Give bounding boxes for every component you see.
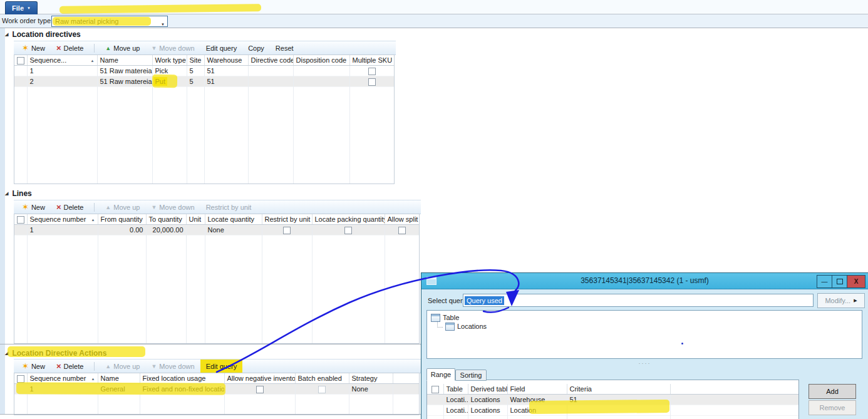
header-row: Sequence number▲NameFixed location usage… (14, 373, 419, 384)
checkbox[interactable] (318, 386, 326, 393)
select-all-checkbox[interactable] (17, 57, 24, 65)
column-header-locate-quantity[interactable]: Locate quantity (205, 214, 262, 225)
column-header-name[interactable]: Name (97, 55, 152, 66)
grid-cell (293, 66, 349, 76)
toolbar-button-new[interactable]: ✶New (16, 200, 51, 214)
tree-node-locations[interactable]: Locations (437, 322, 862, 331)
select-query-label: Select query: (428, 297, 468, 304)
select-query-input[interactable]: Query used (463, 294, 814, 307)
column-header-restrict-by-unit[interactable]: Restrict by unit (262, 214, 312, 225)
grid-cell (14, 76, 27, 87)
toolbar-button-move-up[interactable]: ▲Move up (100, 41, 145, 54)
column-header-to-quantity[interactable]: To quantity (146, 214, 186, 225)
select-all-header[interactable] (14, 373, 27, 384)
minimize-button[interactable]: — (817, 275, 832, 288)
remove-button[interactable]: Remove (809, 400, 856, 415)
column-header-allow-negative-inventory[interactable]: Allow negative inventory (224, 373, 295, 384)
column-header-label: Locate quantity (208, 215, 255, 223)
grid-cell: 51 Raw matereials (97, 66, 152, 76)
select-all-checkbox[interactable] (431, 386, 439, 393)
column-header-strategy[interactable]: Strategy (349, 373, 393, 384)
checkbox[interactable] (256, 386, 264, 393)
column-header-sequence-number[interactable]: Sequence number▲ (27, 373, 98, 384)
checkbox[interactable] (368, 68, 376, 75)
toolbar-button-edit-query[interactable]: Edit query (200, 41, 243, 54)
grid-cell: Location (507, 405, 567, 416)
select-all-header[interactable] (14, 214, 27, 225)
empty-row (14, 117, 394, 127)
grid-cell: Locations (468, 395, 507, 405)
column-header-name[interactable]: Name (98, 373, 140, 384)
select-all-checkbox[interactable] (17, 375, 24, 383)
table-row[interactable]: 1GeneralFixed and non-fixed locationsNon… (14, 384, 419, 395)
maximize-button[interactable] (832, 275, 847, 288)
tree-node-table[interactable]: Table (431, 313, 862, 322)
column-header-locate-packing-quantity[interactable]: Locate packing quantity (312, 214, 385, 225)
toolbar-button-new[interactable]: ✶New (16, 41, 51, 54)
column-header-field[interactable]: Field (507, 384, 567, 395)
toolbar-button-delete[interactable]: ×Delete (51, 200, 89, 214)
table-row[interactable]: 10.0020,000.00None (14, 225, 419, 235)
toolbar-button-label: Move down (159, 44, 194, 52)
column-header-work-type[interactable]: Work type (152, 55, 187, 66)
column-header-item[interactable] (393, 373, 419, 384)
checkbox[interactable] (283, 227, 291, 234)
checkbox[interactable] (344, 227, 352, 234)
table-row[interactable]: Locati...LocationsWarehouse51 (427, 395, 798, 405)
column-header-unit[interactable]: Unit (186, 214, 205, 225)
column-header-table[interactable]: Table (443, 384, 468, 395)
table-row[interactable]: 151 Raw matereialsPick551 (14, 66, 394, 76)
dialog-title-bar[interactable]: 35637145341|35637145342 (1 - usmf) — X (421, 273, 868, 289)
add-button[interactable]: Add (809, 384, 856, 399)
column-header-disposition-code[interactable]: Disposition code (293, 55, 349, 66)
tab-sorting[interactable]: Sorting (455, 370, 487, 381)
toolbar-button-restrict-by-unit: Restrict by unit (200, 200, 257, 214)
column-header-site[interactable]: Site (187, 55, 204, 66)
select-all-checkbox[interactable] (17, 216, 24, 224)
column-header-derived-table[interactable]: Derived table (468, 384, 507, 395)
section-header-lines[interactable]: ◢ Lines (5, 189, 32, 199)
toolbar-button-delete[interactable]: ×Delete (51, 41, 89, 54)
close-button[interactable]: X (847, 275, 865, 288)
toolbar-button-copy[interactable]: Copy (242, 41, 270, 54)
toolbar-button-move-down: ▼Move down (145, 360, 200, 373)
column-header-from-quantity[interactable]: From quantity (98, 214, 146, 225)
checkbox[interactable] (368, 78, 376, 86)
column-header-item[interactable] (670, 384, 798, 395)
select-all-header[interactable] (427, 384, 443, 395)
column-header-allow-split[interactable]: Allow split (385, 214, 419, 225)
column-header-label: Name (100, 56, 118, 64)
column-header-fixed-location-usage[interactable]: Fixed location usage (140, 373, 224, 384)
column-header-criteria[interactable]: Criteria (567, 384, 670, 395)
work-order-type-value: Raw material picking (55, 18, 118, 25)
select-all-header[interactable] (14, 55, 27, 66)
toolbar-button-delete[interactable]: ×Delete (51, 360, 89, 373)
column-header-warehouse[interactable]: Warehouse (204, 55, 248, 66)
column-header-sequence[interactable]: Sequence...▲ (27, 55, 97, 66)
file-menu-button[interactable]: File ▼ (5, 1, 38, 14)
grid-cell: Pick (152, 66, 187, 76)
tab-range[interactable]: Range (426, 368, 455, 381)
section-header-location-directives[interactable]: ◢ Location directives (5, 29, 81, 39)
checkbox[interactable] (398, 227, 406, 234)
grid-cell: Locati... (443, 395, 468, 405)
down-icon: ▼ (151, 363, 157, 370)
grid-cell: None (205, 225, 262, 235)
column-header-batch-enabled[interactable]: Batch enabled (295, 373, 349, 384)
toolbar-button-new[interactable]: ✶New (16, 360, 51, 373)
grid-cell (385, 225, 419, 235)
section-header-location-directive-actions[interactable]: ◢ Location Directive Actions (5, 348, 106, 358)
work-order-type-select[interactable]: Raw material picking ▼ (51, 16, 168, 27)
splitter-handle[interactable]: ···· (421, 360, 868, 366)
table-row[interactable]: 251 Raw matereialsPut551 (14, 76, 394, 87)
table-row[interactable]: Locati...LocationsLocation (427, 405, 798, 416)
modify-button[interactable]: Modify... ▶ (817, 293, 865, 308)
column-header-multiple-sku[interactable]: Multiple SKU (349, 55, 394, 66)
toolbar-button-reset[interactable]: Reset (270, 41, 299, 54)
toolbar-button-label: New (31, 363, 45, 370)
column-header-sequence-number[interactable]: Sequence number▲ (27, 214, 98, 225)
grid-cell (248, 76, 293, 87)
empty-row (14, 177, 394, 184)
column-header-directive-code[interactable]: Directive code (248, 55, 293, 66)
toolbar-button-edit-query[interactable]: Edit query (200, 360, 243, 373)
